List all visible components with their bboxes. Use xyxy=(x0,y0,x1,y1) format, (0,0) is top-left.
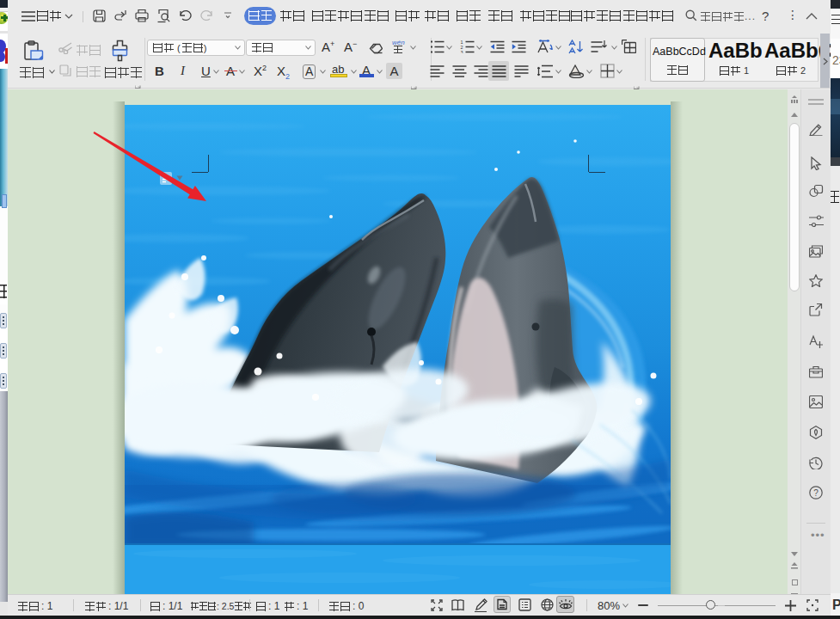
svg-text:?: ? xyxy=(813,488,819,498)
svg-text:3: 3 xyxy=(461,50,463,54)
